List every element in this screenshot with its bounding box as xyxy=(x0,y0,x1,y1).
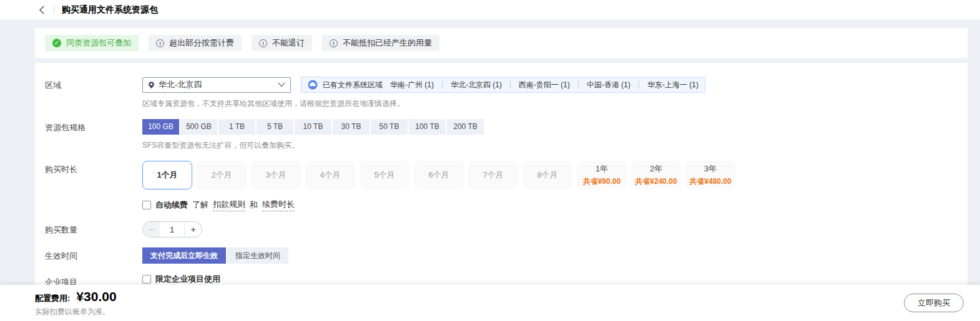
notice-label: 不能抵扣已经产生的用量 xyxy=(343,37,432,49)
duration-option-4month[interactable]: 4个月 xyxy=(305,161,355,189)
fee-block: 配置费用: ¥30.00 实际扣费以账单为准。 xyxy=(35,289,117,317)
spec-option-200tb[interactable]: 200 TB xyxy=(447,119,484,135)
existing-region-item: 西南-贵阳一 (1) xyxy=(519,80,570,90)
saving-badge: 共省¥480.00 xyxy=(689,176,731,187)
duration-row: 购买时长 1个月 2个月 3个月 4个月 5个月 6个月 xyxy=(45,161,958,211)
duration-option-6month[interactable]: 6个月 xyxy=(414,161,464,189)
region-row: 区域 华北-北京四 已有文件系统区域 xyxy=(45,77,958,109)
fee-note: 实际扣费以账单为准。 xyxy=(35,307,117,317)
notices-bar: ✓ 同类资源包可叠加 ! 超出部分按需计费 ! 不能退订 ! 不能抵扣已经产生的… xyxy=(35,28,968,58)
check-icon: ✓ xyxy=(52,39,61,47)
region-help-text: 区域专属资源包，不支持共享给其他区域使用，请根据您资源所在地谨慎选择。 xyxy=(142,98,958,109)
spec-option-100gb[interactable]: 100 GB xyxy=(142,119,179,135)
duration-option-3year[interactable]: 3年 共省¥480.00 xyxy=(685,161,735,189)
region-separator xyxy=(639,81,639,89)
effective-time-option-scheduled[interactable]: 指定生效时间 xyxy=(227,247,288,264)
enterprise-project-checkbox[interactable] xyxy=(142,275,151,284)
existing-region-item: 华东-上海一 (1) xyxy=(647,80,698,90)
chevron-left-icon xyxy=(39,6,45,14)
notice-no-refund: ! 不能退订 xyxy=(252,35,312,51)
info-icon: ! xyxy=(156,39,164,47)
effective-time-row: 生效时间 支付完成后立即生效 指定生效时间 xyxy=(45,247,958,264)
page-title: 购买通用文件系统资源包 xyxy=(62,4,158,16)
quantity-decrease-button[interactable]: − xyxy=(143,222,160,237)
purchase-footer: 配置费用: ¥30.00 实际扣费以账单为准。 立即购买 xyxy=(0,285,980,321)
duration-option-7month[interactable]: 7个月 xyxy=(468,161,518,189)
quantity-stepper: − 1 + xyxy=(142,221,202,237)
purchase-form: 区域 华北-北京四 已有文件系统区域 xyxy=(35,63,968,321)
duration-options: 1个月 2个月 3个月 4个月 5个月 6个月 7个月 xyxy=(142,161,958,189)
spec-option-30tb[interactable]: 30 TB xyxy=(333,119,370,135)
region-separator xyxy=(442,81,443,89)
spec-option-10tb[interactable]: 10 TB xyxy=(295,119,331,135)
fee-label: 配置费用: xyxy=(35,293,70,304)
effective-time-options: 支付完成后立即生效 指定生效时间 xyxy=(142,247,958,264)
existing-regions-label: 已有文件系统区域 xyxy=(323,80,383,90)
notice-label: 超出部分按需计费 xyxy=(169,37,234,49)
info-icon: ! xyxy=(330,39,338,47)
duration-option-8month[interactable]: 8个月 xyxy=(522,161,572,189)
auto-renew-label: 自动续费 xyxy=(155,199,188,211)
field-label-quantity: 购买数量 xyxy=(45,221,142,237)
existing-regions-banner: 已有文件系统区域 华南-广州 (1) 华北-北京四 (1) 西南-贵阳一 (1)… xyxy=(301,77,705,93)
existing-region-item: 华北-北京四 (1) xyxy=(451,80,502,90)
saving-badge: 共省¥90.00 xyxy=(583,176,621,187)
existing-region-item: 中国-香港 (1) xyxy=(587,80,630,90)
auto-renew-line: 自动续费 了解 扣款规则 和 续费时长 xyxy=(142,199,958,211)
saving-badge: 共省¥240.00 xyxy=(635,176,677,187)
spec-row: 资源包规格 100 GB 500 GB 1 TB 5 TB 10 TB 30 T… xyxy=(45,119,958,151)
notice-no-retroactive: ! 不能抵扣已经产生的用量 xyxy=(322,35,439,51)
header-divider xyxy=(54,6,54,14)
region-select[interactable]: 华北-北京四 xyxy=(142,77,291,93)
existing-region-item: 华南-广州 (1) xyxy=(390,80,434,90)
cloud-icon xyxy=(308,80,318,90)
notice-label: 不能退订 xyxy=(272,37,305,49)
deduction-rules-link[interactable]: 扣款规则 xyxy=(213,199,245,211)
notice-stackable: ✓ 同类资源包可叠加 xyxy=(45,35,139,51)
fee-value: ¥30.00 xyxy=(76,289,116,304)
back-button[interactable] xyxy=(36,4,47,16)
region-separator xyxy=(578,81,579,89)
duration-option-1month[interactable]: 1个月 xyxy=(142,161,192,189)
buy-now-button[interactable]: 立即购买 xyxy=(904,294,964,312)
chevron-down-icon xyxy=(278,82,285,87)
spec-help-text: SFS容量型资源包无法扩容，但可以叠加购买。 xyxy=(142,140,958,151)
effective-time-option-immediate[interactable]: 支付完成后立即生效 xyxy=(142,247,226,264)
spec-option-500gb[interactable]: 500 GB xyxy=(180,119,217,135)
notice-overage-billing: ! 超出部分按需计费 xyxy=(149,35,242,51)
spec-option-1tb[interactable]: 1 TB xyxy=(218,119,255,135)
duration-option-2year[interactable]: 2年 共省¥240.00 xyxy=(631,161,681,189)
field-label-spec: 资源包规格 xyxy=(45,119,142,151)
spec-option-50tb[interactable]: 50 TB xyxy=(371,119,408,135)
notice-label: 同类资源包可叠加 xyxy=(66,37,131,49)
spec-option-100tb[interactable]: 100 TB xyxy=(409,119,446,135)
page-header: 购买通用文件系统资源包 xyxy=(0,0,980,21)
info-icon: ! xyxy=(259,39,267,47)
field-label-effective-time: 生效时间 xyxy=(45,247,142,264)
enterprise-project-checkbox-label: 限定企业项目使用 xyxy=(155,274,220,285)
region-select-value: 华北-北京四 xyxy=(159,79,202,90)
duration-option-5month[interactable]: 5个月 xyxy=(360,161,409,189)
auto-renew-conjunction: 和 xyxy=(250,199,258,211)
duration-option-1year[interactable]: 1年 共省¥90.00 xyxy=(577,161,627,189)
auto-renew-checkbox[interactable] xyxy=(142,201,151,209)
duration-option-3month[interactable]: 3个月 xyxy=(251,161,301,189)
quantity-value[interactable]: 1 xyxy=(160,222,185,237)
auto-renew-prefix: 了解 xyxy=(192,199,208,211)
duration-option-2month[interactable]: 2个月 xyxy=(197,161,247,189)
field-label-region: 区域 xyxy=(45,77,142,109)
field-label-duration: 购买时长 xyxy=(45,161,142,211)
quantity-row: 购买数量 − 1 + xyxy=(45,221,958,237)
renewal-duration-link[interactable]: 续费时长 xyxy=(262,199,295,211)
location-pin-icon xyxy=(148,81,155,89)
spec-option-5tb[interactable]: 5 TB xyxy=(257,119,293,135)
region-separator xyxy=(510,81,511,89)
quantity-increase-button[interactable]: + xyxy=(185,222,202,237)
spec-options: 100 GB 500 GB 1 TB 5 TB 10 TB 30 TB 50 T… xyxy=(142,119,958,135)
